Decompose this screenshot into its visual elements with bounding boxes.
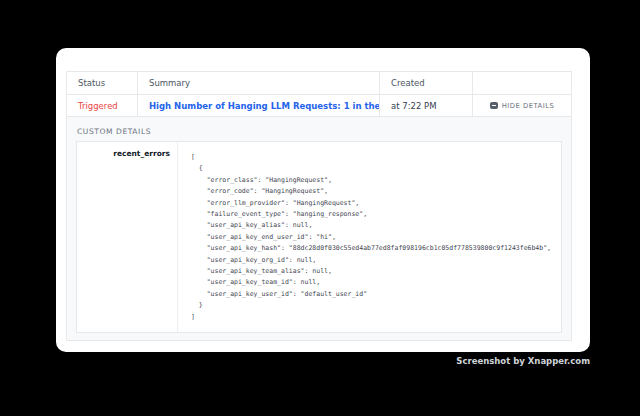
recent-errors-json: [ { "error_class": "HangingRequest", "er… [191, 152, 553, 323]
column-header-summary-label: Summary [149, 78, 190, 88]
status-badge: Triggered [78, 101, 118, 111]
alert-actions-cell: HIDE DETAILS [473, 95, 571, 117]
alert-summary-link[interactable]: High Number of Hanging LLM Requests: 1 i… [149, 101, 380, 111]
column-header-created: Created [380, 72, 473, 95]
alert-details-row: CUSTOM DETAILS recent_errors [ { "error_… [67, 117, 571, 340]
alerts-card: Status Summary Created Triggered High Nu… [56, 48, 590, 352]
minus-square-icon [490, 102, 498, 109]
hide-details-label: HIDE DETAILS [502, 102, 555, 110]
page-background: { "colors": { "status_red": "#ef4444", "… [0, 0, 640, 416]
custom-details-heading: CUSTOM DETAILS [77, 127, 562, 136]
custom-details-panel: recent_errors [ { "error_class": "Hangin… [76, 141, 562, 333]
alert-summary-cell: High Number of Hanging LLM Requests: 1 i… [138, 95, 380, 117]
column-header-created-label: Created [391, 78, 425, 88]
column-header-actions [473, 72, 571, 95]
details-key-column: recent_errors [77, 142, 178, 332]
xnapper-watermark: Screenshot by Xnapper.com [456, 356, 590, 366]
details-field-label: recent_errors [113, 149, 170, 158]
hide-details-button[interactable]: HIDE DETAILS [490, 102, 555, 110]
alert-created-time: at 7:22 PM [391, 101, 437, 111]
column-header-summary: Summary [138, 72, 380, 95]
alerts-table: Status Summary Created Triggered High Nu… [66, 71, 572, 341]
column-header-status: Status [67, 72, 138, 95]
alert-created-cell: at 7:22 PM [380, 95, 473, 117]
alert-status-cell: Triggered [67, 95, 138, 117]
column-header-status-label: Status [78, 78, 105, 88]
details-json-column: [ { "error_class": "HangingRequest", "er… [178, 142, 561, 332]
